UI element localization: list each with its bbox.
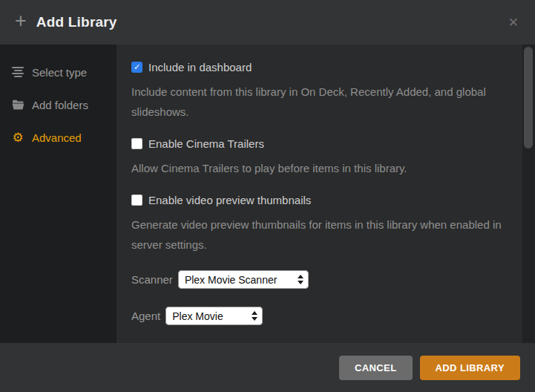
scanner-label: Scanner xyxy=(131,273,173,286)
dialog-footer: CANCEL ADD LIBRARY xyxy=(0,343,535,392)
list-lines-icon xyxy=(10,67,25,77)
select-stepper-icon xyxy=(290,275,303,284)
agent-row: Agent Plex Movie xyxy=(131,307,513,325)
wizard-sidebar: Select type Add folders ⚙ Advanced xyxy=(0,45,116,343)
enable-video-previews-description: Generate video preview thumbnails for it… xyxy=(131,215,513,255)
sidebar-item-label: Add folders xyxy=(32,99,88,111)
folder-icon xyxy=(10,99,25,110)
plus-icon: + xyxy=(15,11,27,31)
include-in-dashboard-checkbox[interactable]: ✓ xyxy=(131,62,142,73)
sidebar-item-label: Select type xyxy=(32,66,87,79)
agent-selected-value: Plex Movie xyxy=(172,310,223,322)
dialog-title: Add Library xyxy=(36,14,117,30)
enable-cinema-trailers-row[interactable]: ✓ Enable Cinema Trailers xyxy=(131,137,513,150)
enable-cinema-trailers-checkbox[interactable]: ✓ xyxy=(131,138,142,149)
sidebar-item-add-folders[interactable]: Add folders xyxy=(0,94,116,116)
close-icon[interactable]: ✕ xyxy=(505,12,522,33)
agent-select[interactable]: Plex Movie xyxy=(165,307,263,325)
dialog-body: Select type Add folders ⚙ Advanced xyxy=(0,45,535,343)
agent-label: Agent xyxy=(131,310,160,322)
scrollbar-thumb[interactable] xyxy=(524,47,533,148)
include-in-dashboard-row[interactable]: ✓ Include in dashboard xyxy=(131,61,513,74)
checkmark-icon: ✓ xyxy=(134,63,140,71)
cancel-button[interactable]: CANCEL xyxy=(339,356,413,380)
select-stepper-icon xyxy=(244,311,257,321)
scanner-row: Scanner Plex Movie Scanner xyxy=(131,270,513,289)
gear-icon: ⚙ xyxy=(10,131,25,144)
add-library-button[interactable]: ADD LIBRARY xyxy=(420,356,520,380)
add-library-dialog: + Add Library ✕ Select type Add folders xyxy=(0,0,535,392)
scanner-select[interactable]: Plex Movie Scanner xyxy=(178,270,309,289)
include-in-dashboard-description: Include content from this library in On … xyxy=(131,82,513,122)
sidebar-item-select-type[interactable]: Select type xyxy=(0,61,116,83)
dialog-header: + Add Library ✕ xyxy=(0,0,535,45)
enable-video-previews-checkbox[interactable]: ✓ xyxy=(131,195,142,206)
sidebar-item-label: Advanced xyxy=(32,131,82,144)
scanner-selected-value: Plex Movie Scanner xyxy=(185,274,278,286)
enable-cinema-trailers-description: Allow Cinema Trailers to play before ite… xyxy=(131,158,513,178)
enable-cinema-trailers-label: Enable Cinema Trailers xyxy=(148,137,264,150)
scrollbar-track[interactable] xyxy=(522,45,535,343)
enable-video-previews-label: Enable video preview thumbnails xyxy=(148,194,311,206)
include-in-dashboard-label: Include in dashboard xyxy=(148,61,252,74)
sidebar-item-advanced[interactable]: ⚙ Advanced xyxy=(0,126,116,148)
advanced-settings-panel: ✓ Include in dashboard Include content f… xyxy=(116,45,535,343)
enable-video-previews-row[interactable]: ✓ Enable video preview thumbnails xyxy=(131,194,513,206)
